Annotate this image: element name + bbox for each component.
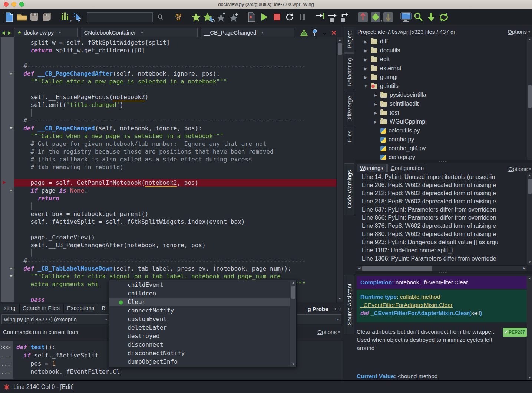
run-button[interactable] xyxy=(259,11,270,23)
probe-options-button[interactable]: Options ▾ xyxy=(317,329,340,335)
completion-item-dumpObjectInfo[interactable]: dumpObjectInfo xyxy=(109,357,290,366)
warning-row[interactable]: Line 14: PyLint: Unused import itertools… xyxy=(357,173,527,181)
zoom-window-button[interactable] xyxy=(19,2,24,7)
tab-debug-probe[interactable]: g Probe xyxy=(304,305,331,312)
side-tab-refactoring[interactable]: Refactoring xyxy=(344,53,354,91)
tab-scroll-right-icon[interactable]: › xyxy=(339,306,341,311)
warnings-horizontal-scrollbar[interactable]: ◀ ▶ xyxy=(357,265,527,271)
expand-arrow-icon[interactable]: ▼ xyxy=(363,84,368,88)
debug-file-button[interactable] xyxy=(246,11,257,23)
tree-item-diff[interactable]: ▶diff xyxy=(355,37,527,46)
tab-exceptions[interactable]: Exceptions xyxy=(63,304,98,313)
collapse-panel-chevron-icon[interactable]: ⌄ xyxy=(322,29,327,36)
tab-testing[interactable]: sting xyxy=(0,304,19,313)
completion-item-destroyed[interactable]: destroyed xyxy=(109,332,290,340)
completion-item-deleteLater[interactable]: deleteLater xyxy=(109,323,290,332)
process-dropdown[interactable]: wing.py (pid 85777) (exceptio ▾ xyxy=(1,314,110,324)
panel-splitter[interactable]: ••••• xyxy=(355,160,532,163)
completion-item-connectNotify[interactable]: connectNotify xyxy=(109,306,290,315)
side-tab-source-assistant[interactable]: Source Assistant xyxy=(344,275,354,334)
secondary-dropdown[interactable]: ▾ xyxy=(295,314,341,324)
completion-item-disconnectNotify[interactable]: disconnectNotify xyxy=(109,349,290,357)
tab-configuration[interactable]: Configuration xyxy=(387,164,427,172)
scrollbar-thumb[interactable] xyxy=(291,286,295,299)
fold-marker-icon[interactable]: ▽ xyxy=(0,265,14,272)
warnings-vertical-scrollbar[interactable]: ▲ ▼ xyxy=(527,173,532,265)
new-file-button[interactable] xyxy=(4,11,15,23)
close-file-icon[interactable]: × xyxy=(331,29,336,36)
profile-dropdown-caret-icon[interactable]: ▾ xyxy=(70,19,72,23)
search-in-files-button[interactable] xyxy=(413,11,424,23)
bookmark-dropdown-caret-icon[interactable]: ▾ xyxy=(214,19,215,23)
breakpoint-arrow-icon[interactable] xyxy=(3,181,6,184)
collapse-arrow-icon[interactable]: ▶ xyxy=(373,102,378,106)
completion-item-children[interactable]: children xyxy=(109,289,290,298)
collapse-arrow-icon[interactable]: ▶ xyxy=(363,66,368,71)
stop-button[interactable] xyxy=(271,11,282,23)
warning-row[interactable]: Line 923: PyLint: Dangerous default valu… xyxy=(357,238,527,246)
collapse-arrow-icon[interactable]: ▶ xyxy=(363,40,368,44)
side-tab-diff-merge[interactable]: Diff/Merge xyxy=(344,92,354,126)
scroll-right-icon[interactable]: ▶ xyxy=(522,266,527,271)
tree-item-guimgr[interactable]: ▶guimgr xyxy=(355,73,527,82)
warning-row[interactable]: Line 212: Pep8: W602 deprecated form of … xyxy=(357,189,527,197)
pause-button[interactable] xyxy=(297,11,308,23)
pin-icon[interactable] xyxy=(312,29,317,36)
scroll-up-icon[interactable]: ▲ xyxy=(527,37,532,42)
scrollbar-thumb[interactable] xyxy=(338,43,342,55)
breakpoint-marker[interactable] xyxy=(0,179,14,187)
completion-item-disconnect[interactable]: disconnect xyxy=(109,340,290,349)
restart-button[interactable] xyxy=(284,11,295,23)
warnings-indicator-icon[interactable] xyxy=(300,29,308,36)
search-small-button[interactable] xyxy=(155,11,166,23)
frame-down-button[interactable] xyxy=(383,11,394,23)
scrollbar-thumb[interactable] xyxy=(528,85,532,108)
warning-row[interactable]: Line 637: PyLint: Parameters differ from… xyxy=(357,206,527,214)
warning-row[interactable]: Line 206: Pep8: W602 deprecated form of … xyxy=(357,181,527,189)
bookmark-button[interactable] xyxy=(191,11,202,23)
tree-item-pysidescintilla[interactable]: ▶pysidescintilla xyxy=(355,91,527,99)
frame-up-button[interactable] xyxy=(357,11,369,23)
warning-row[interactable]: Line 1306: PyLint: Parameters differ fro… xyxy=(357,255,527,263)
file-dropdown[interactable]: ★ dockview.py ▾ xyxy=(14,28,78,37)
refresh-button[interactable] xyxy=(438,11,449,23)
warnings-options-button[interactable]: Options ▾ xyxy=(508,166,531,172)
runtime-class-link[interactable]: _CEventFilterForAdapterMixin.Clear xyxy=(360,302,453,308)
scroll-up-icon[interactable]: ▲ xyxy=(290,280,296,285)
python-shell-button[interactable] xyxy=(400,11,412,23)
project-scrollbar[interactable]: ▲ xyxy=(527,37,532,160)
replace-button[interactable]: AB Ω xyxy=(173,11,184,23)
side-tab-files[interactable]: Files xyxy=(344,127,354,145)
collapse-arrow-icon[interactable]: ▶ xyxy=(363,58,368,62)
save-all-button[interactable] xyxy=(42,11,53,23)
toolbar-search-input[interactable] xyxy=(87,12,153,22)
debug-dropdown-caret-icon[interactable]: ▾ xyxy=(380,19,382,23)
tree-item-test[interactable]: ▶test xyxy=(355,108,527,117)
scroll-up-icon[interactable]: ▲ xyxy=(527,276,532,281)
tab-search-in-files[interactable]: Search in Files xyxy=(19,304,63,313)
tree-item-colorutils.py[interactable]: colorutils.py xyxy=(355,126,527,135)
minimize-window-button[interactable] xyxy=(11,2,16,7)
fold-marker-icon[interactable]: ▽ xyxy=(0,124,14,132)
close-window-button[interactable] xyxy=(4,2,9,7)
editor-vertical-scrollbar[interactable]: ▲ ▼ xyxy=(336,37,343,302)
select-mode-button[interactable] xyxy=(72,11,83,23)
warning-row[interactable]: Line 866: PyLint: Parameters differ from… xyxy=(357,214,527,222)
collapse-arrow-icon[interactable]: ▶ xyxy=(373,111,378,115)
scroll-down-icon[interactable]: ▼ xyxy=(527,375,532,380)
debug-to-here-button[interactable]: ▾ xyxy=(370,11,381,23)
prev-bookmark-button[interactable] xyxy=(216,11,227,23)
warning-row[interactable]: Line 1182: Undefined name: split_i xyxy=(357,246,527,255)
assistant-scrollbar[interactable]: ▲ ▼ xyxy=(527,276,532,380)
scrollbar-thumb[interactable] xyxy=(362,266,432,271)
scroll-down-icon[interactable]: ▼ xyxy=(337,297,343,302)
history-forward-button[interactable]: ▶ xyxy=(8,30,11,35)
fold-marker-icon[interactable]: ▽ xyxy=(0,187,14,194)
scrollbar-thumb[interactable] xyxy=(528,179,532,194)
autocomplete-scrollbar[interactable]: ▲ ▼ xyxy=(290,280,296,367)
scroll-down-icon[interactable]: ▼ xyxy=(527,260,532,265)
save-file-button[interactable] xyxy=(29,11,40,23)
tab-scroll-left-icon[interactable]: ‹ xyxy=(334,306,336,311)
runtime-type-link[interactable]: callable method xyxy=(400,294,440,300)
tree-item-combo_qt4.py[interactable]: combo_qt4.py xyxy=(355,144,527,153)
